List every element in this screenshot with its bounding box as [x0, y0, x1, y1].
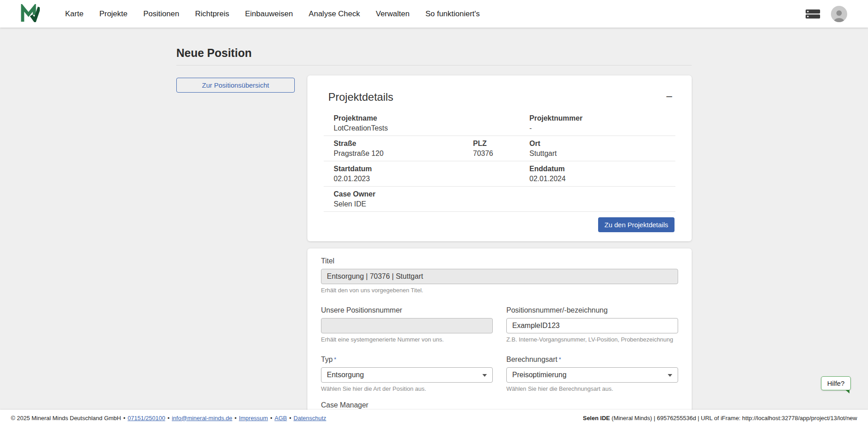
user-avatar-icon[interactable] [831, 6, 847, 22]
page-title: Neue Position [176, 47, 692, 66]
field-projektname: Projektname LotCreationTests [334, 114, 529, 132]
required-asterisk: * [559, 356, 561, 363]
table-row: Startdatum 02.01.2023 Enddatum 02.01.202… [324, 161, 675, 187]
project-details-title: Projektdetails [328, 91, 673, 103]
titel-input [321, 269, 678, 284]
project-details-table: Projektname LotCreationTests Projektnumm… [324, 111, 675, 212]
berechnungsart-helper-text: Wählen Sie hier die Berechnungsart aus. [506, 385, 678, 393]
footer-impressum-link[interactable]: Impressum [239, 415, 268, 421]
field-label: PLZ [473, 139, 529, 148]
mineral-minds-logo[interactable] [20, 4, 40, 24]
typ-label: Typ* [321, 355, 493, 364]
table-row: Straße Pragstraße 120 PLZ 70376 Ort Stut… [324, 136, 675, 161]
logo-m-icon [20, 4, 40, 24]
field-label: Projektname [334, 114, 529, 122]
nav-item-karte[interactable]: Karte [65, 9, 84, 19]
field-label: Ort [529, 139, 665, 148]
main-content: Neue Position Zur Positionsübersicht Pro… [0, 28, 868, 410]
berechnungsart-group: Berechnungsart* Preisoptimierung Wählen … [506, 355, 678, 393]
left-column: Zur Positionsübersicht [176, 75, 295, 93]
case-manager-label: Case Manager [321, 401, 493, 409]
case-manager-group: Case Manager [321, 401, 493, 410]
field-value: Selen IDE [334, 200, 529, 208]
right-column: Projektdetails − Projektname LotCreation… [307, 75, 692, 410]
field-label: Enddatum [529, 164, 665, 173]
positionsnummer-helper-text: Z.B. Interne-Vorgangsnummer, LV-Position… [506, 336, 678, 343]
titel-group: Titel Erhält den von uns vorgegebenen Ti… [321, 257, 678, 294]
footer-session-info: Selen IDE (Mineral Minds) | 69576255536d… [583, 415, 857, 421]
field-value: 02.01.2023 [334, 174, 529, 183]
new-position-form-card: Titel Erhält den von uns vorgegebenen Ti… [307, 248, 692, 410]
footer-agb-link[interactable]: AGB [274, 415, 287, 421]
titel-label: Titel [321, 257, 678, 265]
unsere-positionsnummer-group: Unsere Positionsnummer Erhält eine syste… [321, 306, 493, 343]
field-label: Startdatum [334, 164, 529, 173]
nav-item-projekte[interactable]: Projekte [99, 9, 127, 19]
titel-helper-text: Erhält den von uns vorgegebenen Titel. [321, 287, 678, 294]
nav-item-richtpreis[interactable]: Richtpreis [195, 9, 229, 19]
server-icon[interactable] [806, 9, 820, 19]
field-value: - [529, 124, 665, 132]
typ-group: Typ* Entsorgung Wählen Sie hier die Art … [321, 355, 493, 393]
typ-select-value: Entsorgung [327, 371, 364, 379]
help-button[interactable]: Hilfe? [821, 376, 851, 390]
berechnungsart-label: Berechnungsart* [506, 355, 678, 364]
copyright-text: © 2025 Mineral Minds Deutschland GmbH [11, 415, 121, 421]
positionsnummer-input[interactable] [506, 318, 678, 333]
footer-legal: © 2025 Mineral Minds Deutschland GmbH•07… [11, 415, 326, 421]
unsere-positionsnummer-helper-text: Erhält eine systemgenerierte Nummer von … [321, 336, 493, 343]
unsere-positionsnummer-label: Unsere Positionsnummer [321, 306, 493, 314]
field-startdatum: Startdatum 02.01.2023 [334, 164, 529, 183]
field-label: Projektnummer [529, 114, 665, 122]
field-ort: Ort Stuttgart [529, 139, 665, 158]
top-navbar: Karte Projekte Positionen Richtpreis Ein… [0, 0, 868, 28]
nav-item-positionen[interactable]: Positionen [143, 9, 179, 19]
field-strasse: Straße Pragstraße 120 [334, 139, 473, 158]
nav-item-so-funktionierts[interactable]: So funktioniert's [425, 9, 480, 19]
project-details-card: Projektdetails − Projektname LotCreation… [307, 75, 692, 241]
nav-item-analyse-check[interactable]: Analyse Check [309, 9, 360, 19]
field-value: LotCreationTests [334, 124, 529, 132]
navbar-right-section [806, 6, 847, 22]
typ-helper-text: Wählen Sie hier die Art der Position aus… [321, 385, 493, 393]
field-projektnummer: Projektnummer - [529, 114, 665, 132]
required-asterisk: * [334, 356, 336, 363]
footer-datenschutz-link[interactable]: Datenschutz [293, 415, 326, 421]
session-user: Selen IDE [583, 415, 610, 421]
field-case-owner: Case Owner Selen IDE [334, 190, 529, 208]
table-row: Case Owner Selen IDE [324, 187, 675, 212]
field-enddatum: Enddatum 02.01.2024 [529, 164, 665, 183]
go-to-project-details-button[interactable]: Zu den Projektdetails [598, 217, 675, 232]
nav-item-einbauweisen[interactable]: Einbauweisen [245, 9, 293, 19]
field-label: Straße [334, 139, 473, 148]
nav-item-verwalten[interactable]: Verwalten [376, 9, 410, 19]
field-value: 70376 [473, 149, 529, 158]
field-label: Case Owner [334, 190, 529, 198]
page-footer: © 2025 Mineral Minds Deutschland GmbH•07… [0, 410, 868, 426]
field-plz: PLZ 70376 [473, 139, 529, 158]
table-row: Projektname LotCreationTests Projektnumm… [324, 111, 675, 136]
collapse-icon[interactable]: − [666, 91, 673, 103]
back-to-positions-button[interactable]: Zur Positionsübersicht [176, 78, 295, 93]
positionsnummer-label: Positionsnummer/-bezeichnung [506, 306, 678, 314]
berechnungsart-select[interactable]: Preisoptimierung [506, 367, 678, 383]
session-details: (Mineral Minds) | 69576255536d | URL of … [610, 415, 857, 421]
footer-email-link[interactable]: info@mineral-minds.de [172, 415, 232, 421]
typ-select[interactable]: Entsorgung [321, 367, 493, 383]
main-navigation: Karte Projekte Positionen Richtpreis Ein… [65, 9, 480, 19]
field-value: Pragstraße 120 [334, 149, 473, 158]
berechnungsart-select-value: Preisoptimierung [512, 371, 566, 379]
positionsnummer-group: Positionsnummer/-bezeichnung Z.B. Intern… [506, 306, 678, 343]
unsere-positionsnummer-input [321, 318, 493, 333]
field-value: Stuttgart [529, 149, 665, 158]
field-value: 02.01.2024 [529, 174, 665, 183]
footer-phone-link[interactable]: 07151/250100 [127, 415, 165, 421]
